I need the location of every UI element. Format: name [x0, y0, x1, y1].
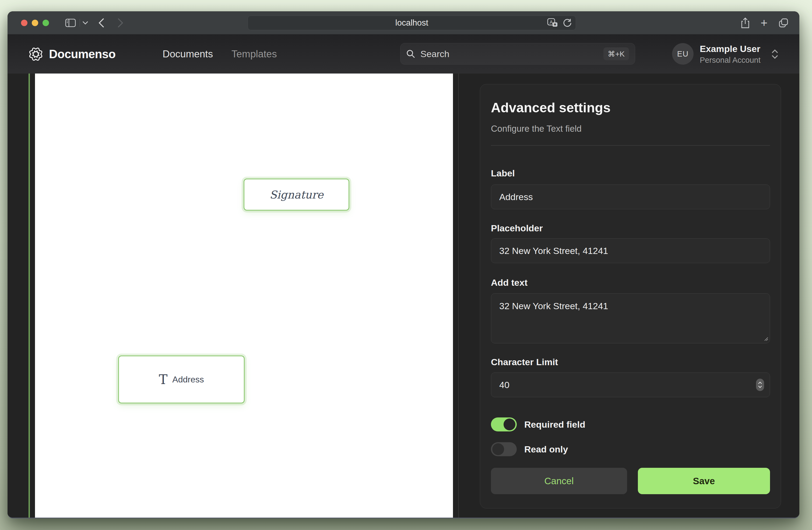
character-limit-input[interactable]: [491, 373, 770, 397]
address-bar[interactable]: localhost A ✱: [248, 16, 576, 30]
reload-icon[interactable]: [563, 18, 572, 27]
documenso-logo-icon: [28, 46, 44, 62]
user-name: Example User: [700, 44, 760, 54]
signature-field-label: Signature: [270, 189, 323, 201]
section-divider: [491, 145, 770, 146]
toggle-knob: [492, 443, 504, 455]
browser-toolbar: localhost A ✱: [8, 11, 799, 34]
panel-divider: [458, 73, 459, 518]
placeholder-field-label: Placeholder: [491, 223, 543, 234]
search-shortcut-badge: ⌘+K: [604, 47, 629, 60]
read-only-toggle[interactable]: [491, 442, 517, 456]
tab-overview-icon[interactable]: [778, 18, 788, 28]
close-window-button[interactable]: [21, 20, 27, 26]
read-only-toggle-label: Read only: [524, 444, 568, 455]
back-icon[interactable]: [99, 18, 104, 28]
search-icon: [406, 50, 415, 58]
add-text-label: Add text: [491, 277, 527, 288]
placeholder-input[interactable]: [491, 238, 770, 263]
chevron-down-icon[interactable]: [82, 21, 88, 25]
user-account: Personal Account: [700, 56, 760, 65]
browser-window: localhost A ✱: [8, 11, 799, 518]
required-field-toggle[interactable]: [491, 417, 517, 431]
user-menu[interactable]: Example User Personal Account: [700, 44, 760, 65]
sidebar-toggle-icon[interactable]: [65, 18, 76, 27]
address-bar-url[interactable]: localhost: [395, 18, 428, 28]
panel-subtitle: Configure the Text field: [491, 124, 582, 134]
share-icon[interactable]: [741, 17, 750, 28]
avatar[interactable]: EU: [672, 43, 694, 65]
advanced-settings-card: Advanced settings Configure the Text fie…: [480, 84, 781, 508]
character-limit-label: Character Limit: [491, 357, 558, 367]
text-field-icon: T: [159, 373, 168, 386]
chevron-up-down-icon[interactable]: [771, 49, 779, 59]
forward-icon: [117, 18, 123, 28]
text-field-address[interactable]: T Address: [118, 355, 245, 403]
nav-documents[interactable]: Documents: [162, 48, 213, 60]
brand-name: Documenso: [49, 47, 115, 61]
signature-field[interactable]: Signature: [244, 179, 349, 211]
content-area: Signature T Address Advanced settings Co…: [8, 73, 799, 518]
translate-icon[interactable]: A ✱: [547, 18, 558, 28]
save-button[interactable]: Save: [638, 468, 770, 494]
search-input[interactable]: [420, 49, 604, 59]
number-stepper[interactable]: [756, 379, 764, 391]
app-header: Documenso Documents Templates ⌘+K EU Exa…: [8, 34, 799, 73]
document-page[interactable]: Signature T Address: [35, 73, 453, 518]
svg-text:✱: ✱: [554, 23, 556, 26]
label-input[interactable]: [491, 184, 770, 209]
new-tab-icon[interactable]: +: [760, 16, 768, 30]
required-field-toggle-label: Required field: [524, 419, 585, 430]
document-left-accent: [29, 73, 30, 518]
label-field-label: Label: [491, 168, 515, 179]
cancel-button[interactable]: Cancel: [491, 468, 627, 494]
brand[interactable]: Documenso: [28, 46, 115, 62]
toggle-knob: [504, 419, 516, 430]
svg-text:A: A: [550, 20, 553, 25]
minimize-window-button[interactable]: [32, 20, 38, 26]
panel-title: Advanced settings: [491, 100, 611, 115]
search-bar[interactable]: ⌘+K: [400, 43, 635, 65]
text-field-label: Address: [172, 375, 204, 385]
add-text-textarea[interactable]: 32 New York Street, 41241: [491, 293, 770, 343]
zoom-window-button[interactable]: [43, 20, 49, 26]
nav-templates[interactable]: Templates: [231, 48, 277, 60]
